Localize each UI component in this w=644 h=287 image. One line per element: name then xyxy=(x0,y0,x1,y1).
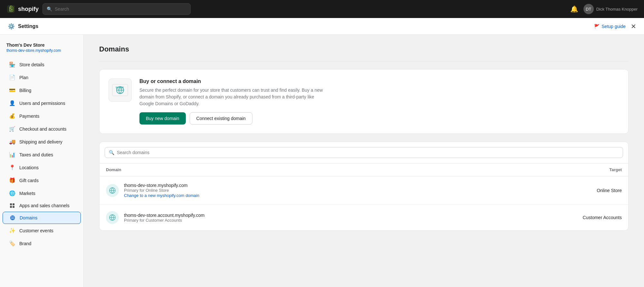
domain-target: Online Store xyxy=(564,188,622,193)
sidebar-nav: 🏪 Store details 📄 Plan 💳 Billing 👤 Users… xyxy=(0,58,83,250)
domain-target: Customer Accounts xyxy=(564,215,622,220)
sidebar-item-users-permissions[interactable]: 👤 Users and permissions xyxy=(3,97,81,109)
table-header: Domain Target xyxy=(99,163,628,176)
locations-icon: 📍 xyxy=(9,164,15,171)
svg-text:WWW: WWW xyxy=(116,86,124,89)
close-settings-button[interactable]: ✕ xyxy=(631,23,636,30)
buy-domain-text: Buy or connect a domain Secure the perfe… xyxy=(139,79,326,125)
sidebar-item-label: Billing xyxy=(19,88,31,93)
sidebar-item-label: Checkout and accounts xyxy=(19,126,66,132)
user-menu[interactable]: DT Dick Thomas Knopper xyxy=(583,4,638,14)
domain-name: thoms-dev-store.myshopify.com xyxy=(124,183,199,188)
sidebar-item-payments[interactable]: 💰 Payments xyxy=(3,110,81,122)
customer-events-icon: ✨ xyxy=(9,227,15,234)
www-illustration: WWW xyxy=(112,83,128,97)
sidebar-item-taxes-duties[interactable]: 📊 Taxes and duties xyxy=(3,148,81,161)
search-icon: 🔍 xyxy=(109,150,114,155)
sidebar-item-brand[interactable]: 🏷️ Brand xyxy=(3,237,81,250)
sidebar-item-locations[interactable]: 📍 Locations xyxy=(3,161,81,174)
markets-icon: 🌐 xyxy=(9,190,15,196)
close-icon: ✕ xyxy=(631,23,636,30)
domain-column-header: Domain xyxy=(106,167,121,172)
sidebar-item-markets[interactable]: 🌐 Markets xyxy=(3,187,81,199)
sidebar-item-label: Customer events xyxy=(19,228,53,233)
domain-globe-icon xyxy=(106,184,119,197)
sidebar-item-label: Domains xyxy=(20,215,37,220)
sidebar-item-label: Apps and sales channels xyxy=(19,203,70,208)
shopify-logo: S shopify xyxy=(6,5,39,14)
buy-domain-title: Buy or connect a domain xyxy=(139,79,326,84)
store-info: Thom's Dev Store thoms-dev-store.myshopi… xyxy=(0,40,83,58)
sidebar-item-plan[interactable]: 📄 Plan xyxy=(3,71,81,84)
sidebar-item-label: Locations xyxy=(19,165,39,170)
users-icon: 👤 xyxy=(9,100,15,106)
shopify-wordmark: shopify xyxy=(18,6,39,13)
sidebar-item-checkout-accounts[interactable]: 🛒 Checkout and accounts xyxy=(3,123,81,135)
sidebar-item-label: Taxes and duties xyxy=(19,152,53,157)
buy-domain-card: WWW Buy or connect a domain Secure the p… xyxy=(99,69,629,134)
svg-rect-4 xyxy=(10,206,12,208)
www-icon-box: WWW xyxy=(109,79,132,102)
billing-icon: 💳 xyxy=(9,87,15,93)
setup-guide-button[interactable]: 🚩 Setup guide xyxy=(594,24,626,29)
svg-rect-2 xyxy=(10,203,12,205)
gift-cards-icon: 🎁 xyxy=(9,177,15,183)
user-avatar: DT xyxy=(583,4,594,14)
store-details-icon: 🏪 xyxy=(9,61,15,68)
domain-globe-icon xyxy=(106,211,119,224)
sidebar-item-shipping-delivery[interactable]: 🚚 Shipping and delivery xyxy=(3,135,81,148)
sidebar-item-label: Users and permissions xyxy=(19,101,65,106)
flag-icon: 🚩 xyxy=(594,24,600,29)
sidebar-item-domains[interactable]: Domains xyxy=(3,212,81,224)
payments-icon: 💰 xyxy=(9,113,15,119)
setup-guide-label: Setup guide xyxy=(601,24,626,29)
sidebar: Thom's Dev Store thoms-dev-store.myshopi… xyxy=(0,35,84,287)
domain-subtitle: Primary for Online Store xyxy=(124,188,199,193)
store-url-link[interactable]: thoms-dev-store.myshopify.com xyxy=(6,48,61,53)
topbar: S shopify 🔍 🔔 DT Dick Thomas Knopper xyxy=(0,0,644,18)
domain-action-buttons: Buy new domain Connect existing domain xyxy=(139,112,326,125)
sidebar-item-customer-events[interactable]: ✨ Customer events xyxy=(3,224,81,237)
main-content: Domains WWW Buy or connect a domain Secu… xyxy=(84,35,644,287)
svg-text:S: S xyxy=(9,6,12,12)
domain-name: thoms-dev-store.account.myshopify.com xyxy=(124,213,204,218)
sidebar-item-label: Shipping and delivery xyxy=(19,139,62,144)
topbar-search-input[interactable] xyxy=(55,6,186,12)
apps-icon xyxy=(9,203,15,208)
sidebar-item-label: Markets xyxy=(19,191,35,196)
domain-row-left: thoms-dev-store.myshopify.com Primary fo… xyxy=(106,183,199,198)
sidebar-item-label: Plan xyxy=(19,75,28,80)
connect-existing-domain-button[interactable]: Connect existing domain xyxy=(190,112,252,125)
brand-icon: 🏷️ xyxy=(9,240,15,246)
settings-title: Settings xyxy=(18,23,38,29)
domains-search-input[interactable] xyxy=(117,150,619,155)
domain-row-left: thoms-dev-store.account.myshopify.com Pr… xyxy=(106,211,204,224)
sidebar-item-label: Gift cards xyxy=(19,178,39,183)
sidebar-item-apps-sales-channels[interactable]: Apps and sales channels xyxy=(3,200,81,211)
sidebar-item-label: Payments xyxy=(19,114,39,119)
search-box[interactable]: 🔍 xyxy=(105,147,623,158)
domains-card: 🔍 Domain Target xyxy=(99,142,629,231)
svg-rect-5 xyxy=(13,206,14,208)
target-column-header: Target xyxy=(609,167,622,172)
shipping-icon: 🚚 xyxy=(9,139,15,145)
sidebar-item-label: Store details xyxy=(19,62,44,67)
sidebar-item-store-details[interactable]: 🏪 Store details xyxy=(3,58,81,71)
divider xyxy=(99,61,629,61)
plan-icon: 📄 xyxy=(9,74,15,80)
notification-icon[interactable]: 🔔 xyxy=(570,5,578,13)
settings-bar: ⚙️ Settings 🚩 Setup guide ✕ xyxy=(0,18,644,35)
sidebar-item-label: Brand xyxy=(19,241,31,246)
page-title: Domains xyxy=(99,45,629,53)
change-domain-link[interactable]: Change to a new myshopify.com domain xyxy=(124,193,199,198)
sidebar-item-gift-cards[interactable]: 🎁 Gift cards xyxy=(3,174,81,187)
main-layout: Thom's Dev Store thoms-dev-store.myshopi… xyxy=(0,35,644,287)
domain-subtitle: Primary for Customer Accounts xyxy=(124,218,204,223)
domain-info: thoms-dev-store.myshopify.com Primary fo… xyxy=(124,183,199,198)
topbar-search-box[interactable]: 🔍 xyxy=(43,3,191,15)
table-row: thoms-dev-store.myshopify.com Primary fo… xyxy=(99,176,628,205)
svg-rect-3 xyxy=(13,203,14,205)
sidebar-item-billing[interactable]: 💳 Billing xyxy=(3,84,81,97)
checkout-icon: 🛒 xyxy=(9,126,15,132)
buy-new-domain-button[interactable]: Buy new domain xyxy=(139,112,186,125)
